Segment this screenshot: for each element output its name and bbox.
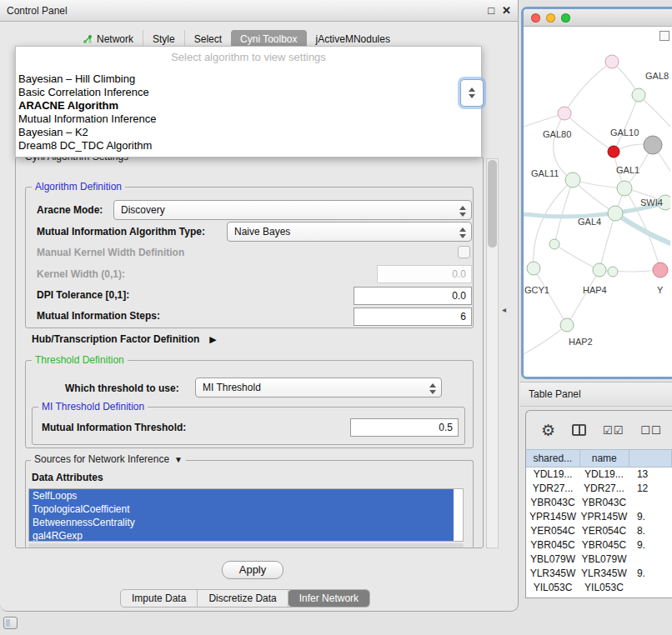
network-node[interactable] — [565, 172, 580, 188]
network-node[interactable] — [644, 136, 662, 154]
network-node-label: Y — [657, 285, 664, 295]
network-node[interactable] — [549, 239, 559, 249]
network-node[interactable] — [608, 146, 619, 158]
aracne-mode-value: Discovery — [121, 204, 165, 216]
mi-threshold-field[interactable]: 0.5 — [350, 418, 459, 437]
algorithm-combo-stepper[interactable] — [460, 79, 484, 107]
network-edge[interactable] — [534, 180, 573, 268]
network-node[interactable] — [617, 181, 632, 196]
apply-button[interactable]: Apply — [222, 561, 283, 579]
algorithm-popup-item[interactable]: Bayesian – K2 — [16, 126, 481, 139]
tab-network-label: Network — [97, 33, 133, 45]
mi-type-combo[interactable]: Naive Bayes — [227, 222, 472, 242]
control-panel-titlebar[interactable]: Control Panel □ ✕ — [0, 0, 518, 22]
attribute-list-item[interactable]: gal4RGexp — [29, 529, 454, 542]
table-row[interactable]: YBR043C YBR043C — [526, 496, 672, 510]
manual-kernel-checkbox[interactable] — [458, 246, 470, 258]
network-node[interactable] — [558, 107, 571, 120]
tab-infer-network[interactable]: Infer Network — [288, 590, 369, 607]
network-node[interactable] — [527, 262, 540, 275]
attribute-list-item[interactable]: TopologicalCoefficient — [29, 502, 454, 516]
which-threshold-combo[interactable]: MI Threshold — [195, 378, 442, 398]
network-node-label: GAL4 — [578, 217, 601, 227]
desktop: Control Panel □ ✕ Network Style Select — [0, 0, 672, 635]
list-horizontal-scrollbar[interactable] — [28, 543, 464, 548]
table-row[interactable]: YIL053C YIL053C — [526, 581, 672, 595]
cell-name: YPR145W — [579, 510, 629, 524]
algorithm-popup-item[interactable]: Mutual Information Inference — [16, 112, 481, 126]
network-node[interactable] — [608, 267, 618, 277]
which-threshold-value: MI Threshold — [203, 382, 261, 393]
network-edge[interactable] — [564, 62, 612, 113]
data-attributes-list[interactable]: SelfLoopsTopologicalCoefficientBetweenne… — [28, 488, 464, 542]
table-row[interactable]: YBL079W YBL079W — [526, 552, 672, 567]
deselect-all-checks-icon[interactable]: ☐☐ — [640, 424, 661, 437]
settings-scrollbar-thumb[interactable] — [488, 160, 497, 248]
network-node[interactable] — [605, 55, 619, 68]
network-window-titlebar[interactable] — [524, 9, 672, 27]
table-row[interactable]: YDL19... YDL19... 13 — [526, 468, 672, 482]
cell-extra — [629, 496, 672, 510]
algorithm-popup-item[interactable]: Dream8 DC_TDC Algorithm — [16, 139, 481, 152]
attribute-list-item[interactable]: BetweennessCentrality — [29, 516, 454, 529]
birdseye-toggle[interactable] — [659, 31, 669, 41]
columns-icon[interactable] — [572, 424, 586, 436]
network-node-label: GAL80 — [543, 129, 571, 139]
network-edge[interactable] — [524, 325, 567, 357]
network-node-label: HAP4 — [583, 285, 607, 295]
sources-group-title[interactable]: Sources for Network Inference ▼ — [31, 453, 186, 465]
network-edge[interactable] — [534, 268, 567, 325]
network-node[interactable] — [560, 318, 574, 332]
table-row[interactable]: YPR145W YPR145W 9. — [526, 510, 672, 524]
column-header-shared-name[interactable]: shared... — [526, 450, 580, 467]
mi-type-label: Mutual Information Algorithm Type: — [37, 226, 205, 238]
cell-name: YIL053C — [579, 581, 629, 595]
cell-shared-name: YBR043C — [526, 496, 579, 510]
network-canvas[interactable]: GAL8GAL80GAL10GAL11GAL1SWI4GAL4YHAP4GCY1… — [524, 27, 672, 377]
network-node[interactable] — [653, 262, 668, 278]
float-window-icon[interactable]: □ — [488, 4, 494, 17]
network-node[interactable] — [632, 88, 645, 102]
network-edge[interactable] — [567, 270, 599, 325]
tab-discretize-data[interactable]: Discretize Data — [198, 590, 288, 607]
algorithm-popup-item[interactable]: Bayesian – Hill Climbing — [16, 72, 481, 86]
select-all-checks-icon[interactable]: ☑☑ — [603, 424, 624, 437]
hub-definition-section[interactable]: Hub/Transcription Factor Definition ▶ — [32, 333, 217, 345]
mi-steps-label: Mutual Information Steps: — [37, 310, 160, 322]
network-edge[interactable] — [599, 213, 615, 270]
data-attributes-label: Data Attributes — [32, 472, 103, 483]
minimize-traffic-light[interactable] — [546, 13, 555, 22]
mi-steps-field[interactable]: 6 — [354, 308, 472, 326]
tab-jactivemnodules-label: jActiveMNodules — [316, 33, 390, 45]
close-traffic-light[interactable] — [531, 13, 540, 22]
network-node[interactable] — [608, 206, 623, 221]
tab-cyni-toolbox-label: Cyni Toolbox — [240, 33, 297, 45]
network-edge[interactable] — [554, 244, 599, 270]
algorithm-popup-item[interactable]: ARACNE Algorithm — [16, 99, 481, 112]
splitter-arrow-icon[interactable]: ◂ — [502, 305, 506, 314]
network-svg[interactable]: GAL8GAL80GAL10GAL11GAL1SWI4GAL4YHAP4GCY1… — [524, 27, 670, 377]
column-header-extra[interactable] — [629, 450, 672, 467]
network-node-label: GAL11 — [531, 168, 559, 178]
collapsed-panel-icon[interactable] — [3, 617, 18, 629]
aracne-mode-combo[interactable]: Discovery — [113, 200, 472, 220]
table-row[interactable]: YDR27... YDR27... 12 — [526, 482, 672, 496]
algorithm-popup-item[interactable]: Basic Correlation Inference — [16, 86, 481, 99]
network-node[interactable] — [593, 263, 606, 277]
table-row[interactable]: YBR045C YBR045C 9. — [526, 538, 672, 552]
table-body: YDL19... YDL19... 13 YDR27... YDR27... 1… — [526, 468, 672, 595]
table-panel-titlebar[interactable]: Table Panel — [520, 382, 672, 407]
kernel-width-field[interactable]: 0.0 — [377, 265, 472, 283]
network-edge[interactable] — [564, 113, 614, 152]
table-row[interactable]: YLR345W YLR345W 9. — [526, 567, 672, 581]
network-edge[interactable] — [614, 95, 639, 152]
dpi-tolerance-field[interactable]: 0.0 — [354, 287, 472, 305]
gear-icon[interactable]: ⚙ — [541, 422, 555, 438]
tab-impute-data[interactable]: Impute Data — [121, 590, 198, 607]
close-window-icon[interactable]: ✕ — [502, 4, 511, 17]
network-edge[interactable] — [615, 213, 670, 247]
zoom-traffic-light[interactable] — [561, 13, 570, 22]
table-row[interactable]: YER054C YER054C 8. — [526, 524, 672, 538]
attribute-list-item[interactable]: SelfLoops — [29, 489, 454, 502]
column-header-name[interactable]: name — [580, 450, 629, 467]
